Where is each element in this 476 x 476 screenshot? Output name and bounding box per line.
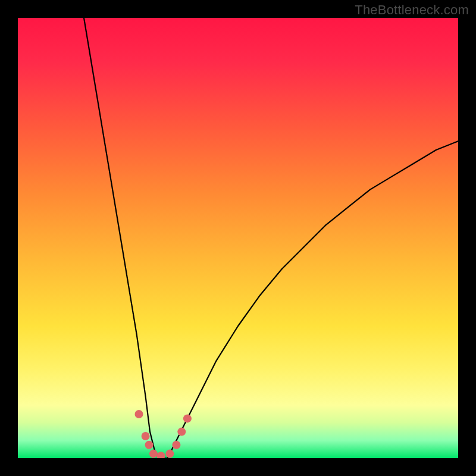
- watermark-text: TheBottleneck.com: [355, 2, 469, 18]
- gradient-background: [18, 18, 458, 458]
- plot-area: [18, 18, 458, 458]
- chart-frame: TheBottleneck.com: [0, 0, 476, 476]
- svg-rect-0: [18, 18, 458, 458]
